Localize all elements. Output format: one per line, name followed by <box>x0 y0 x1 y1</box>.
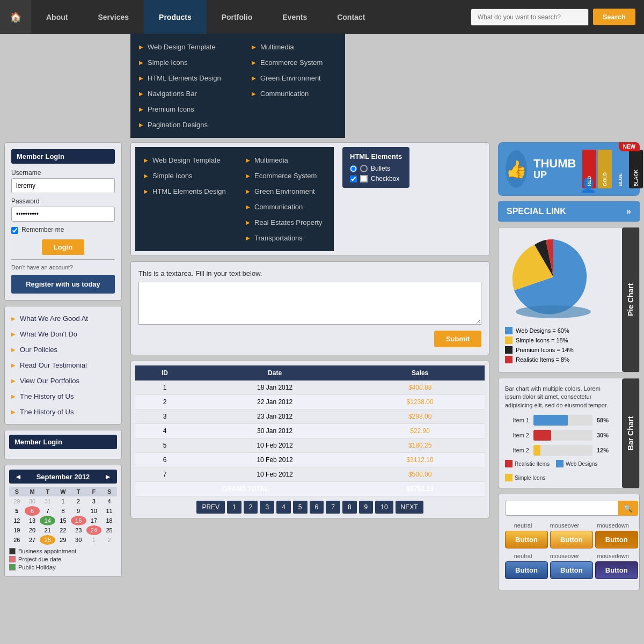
page-10[interactable]: 10 <box>375 501 393 514</box>
page-2[interactable]: 2 <box>244 501 258 514</box>
dd-item-pagination[interactable]: ▶Pagination Designs <box>130 117 243 133</box>
dd-item-webdesign[interactable]: ▶Web Design Template <box>130 39 243 55</box>
dd2-simpleicons[interactable]: ▶Simple Icons <box>135 168 237 184</box>
page-3[interactable]: 3 <box>260 501 274 514</box>
blue-btn-neutral[interactable]: Button <box>505 561 548 579</box>
html-elements-title: HTML Elements <box>350 152 402 160</box>
products-sub-dropdown-2: ▶Multimedia ▶Ecommerce System ▶Green Env… <box>237 147 334 251</box>
page-5[interactable]: 5 <box>293 501 308 514</box>
nav-list-item-3[interactable]: ▶Our Policies <box>5 342 121 357</box>
dd2-sub-realestate[interactable]: ▶Real Estates Property <box>237 215 334 230</box>
nav-list-item-4[interactable]: ▶Read Our Testimonial <box>5 357 121 373</box>
textarea-input[interactable] <box>138 282 481 325</box>
calendar-prev[interactable]: ◄ <box>14 472 22 481</box>
username-label: Username <box>11 169 115 177</box>
nav-item-services[interactable]: Services <box>83 0 144 34</box>
plastic-btn-content: 🔍 neutral mouseover mousedown Button But… <box>499 494 644 590</box>
dd-item-simpleicons[interactable]: ▶Simple Icons <box>130 55 243 70</box>
pie-chart-content: Web Designs = 60% Simple Icons = 18% Pre… <box>499 228 622 372</box>
dd2-sub-ecommerce[interactable]: ▶Ecommerce System <box>237 168 334 184</box>
login-box-title: Member Login <box>11 149 115 164</box>
main-layout: Member Login Username Password Remember … <box>0 138 644 595</box>
page-9[interactable]: 9 <box>359 501 374 514</box>
dd2-sub-multimedia[interactable]: ▶Multimedia <box>237 152 334 168</box>
page-6[interactable]: 6 <box>310 501 324 514</box>
nav-list-item-2[interactable]: ▶What We Don't Do <box>5 326 121 342</box>
table-row: 710 Feb 2012$500.00 <box>135 467 485 482</box>
bar-chart-legend: Realistic Items Web Designs Simple Icons <box>505 460 616 481</box>
dd2-sub-green[interactable]: ▶Green Environment <box>237 184 334 199</box>
register-button[interactable]: Register with us today <box>11 275 115 294</box>
dd-sub-multimedia[interactable]: ▶Multimedia <box>243 39 345 55</box>
html-elements-box: HTML Elements Bullets Checkbox <box>342 147 409 188</box>
page-7[interactable]: 7 <box>326 501 340 514</box>
nav-item-events[interactable]: Events <box>267 0 322 34</box>
color-tab-blue: BLUE <box>613 150 627 188</box>
member-login-box: Member Login Username Password Remember … <box>4 142 122 301</box>
search-input[interactable] <box>471 9 589 26</box>
plastic-search-button[interactable]: 🔍 <box>618 501 638 516</box>
login-button[interactable]: Login <box>42 239 84 255</box>
gold-btn-neutral[interactable]: Button <box>505 531 548 548</box>
navbar: 🏠 About Services Products Portfolio Even… <box>0 0 644 34</box>
plastic-search-input[interactable] <box>505 501 618 516</box>
page-1[interactable]: 1 <box>227 501 241 514</box>
dropdown-area-2: ▶Web Design Template ▶Simple Icons ▶HTML… <box>130 142 489 256</box>
password-input[interactable] <box>11 207 115 222</box>
prev-button[interactable]: PREV <box>196 501 225 514</box>
page-8[interactable]: 8 <box>342 501 357 514</box>
nav-item-products[interactable]: Products <box>144 0 207 34</box>
username-input[interactable] <box>11 178 115 193</box>
dd2-sub-transport[interactable]: ▶Transportations <box>237 230 334 246</box>
dd-item-premiumicons[interactable]: ▶Premium Icons <box>130 101 243 117</box>
legend-holiday: Public Holiday <box>9 564 117 570</box>
dd2-sub-communication[interactable]: ▶Communication <box>237 199 334 215</box>
special-link-bar[interactable]: SPECIAL LINK » <box>498 201 640 222</box>
blue-btn-hover[interactable]: Button <box>550 561 593 579</box>
nav-search-area: Search <box>462 0 644 34</box>
thumb-big-text: THUMB <box>533 158 576 170</box>
calendar: ◄ September 2012 ► SMTWTFS 2930311234 56… <box>4 465 122 577</box>
calendar-grid: SMTWTFS 2930311234 567891011 12131415161… <box>9 487 117 545</box>
new-badge: NEW <box>619 142 640 151</box>
checkbox-input[interactable] <box>350 175 357 182</box>
submit-button[interactable]: Submit <box>434 331 481 347</box>
table-row: 118 Jan 2012$400.88 <box>135 380 485 395</box>
remember-checkbox[interactable] <box>11 227 18 234</box>
nav-list-item-6[interactable]: ▶The History of Us <box>5 389 121 404</box>
nav-list-item-5[interactable]: ▶View Our Portfolios <box>5 373 121 389</box>
nav-list-item-1[interactable]: ▶What We Are Good At <box>5 311 121 326</box>
checkbox-row: Checkbox <box>350 175 402 182</box>
dd-item-navbars[interactable]: ▶Navigations Bar <box>130 86 243 101</box>
blue-btn-down[interactable]: Button <box>595 561 638 579</box>
table-row: 323 Jan 2012$298.00 <box>135 409 485 424</box>
plastic-buttons-section: 🔍 neutral mouseover mousedown Button But… <box>498 494 640 590</box>
search-button[interactable]: Search <box>593 9 635 25</box>
dd-sub-communication[interactable]: ▶Communication <box>243 86 345 101</box>
gold-btn-hover[interactable]: Button <box>550 531 593 548</box>
calendar-month: September 2012 <box>36 473 90 481</box>
dd-sub-green[interactable]: ▶Green Environment <box>243 70 345 86</box>
next-button[interactable]: NEXT <box>396 501 423 514</box>
dd2-htmlelements[interactable]: ▶HTML Elements Design <box>135 184 237 199</box>
dd-sub-ecommerce[interactable]: ▶Ecommerce System <box>243 55 345 70</box>
col-date: Date <box>194 365 355 380</box>
dd2-webdesign[interactable]: ▶Web Design Template <box>135 152 237 168</box>
nav-list-item-7[interactable]: ▶The History of Us <box>5 404 121 420</box>
login-box-2-title: Member Login <box>9 435 117 449</box>
nav-item-contact[interactable]: Contact <box>322 0 380 34</box>
gold-btn-down[interactable]: Button <box>595 531 638 548</box>
page-4[interactable]: 4 <box>276 501 291 514</box>
dd-item-htmlelements[interactable]: ▶HTML Elements Design <box>130 70 243 86</box>
pie-legend-simpleicons: Simple Icons = 18% <box>505 336 616 344</box>
calendar-next[interactable]: ► <box>104 472 112 481</box>
bullets-radio[interactable] <box>350 165 357 172</box>
nav-item-portfolio[interactable]: Portfolio <box>207 0 268 34</box>
thumb-up-box: 👍 THUMB UP 👤 RED GOLD BLUE BLACK NEW <box>498 142 640 196</box>
nav-list-box: ▶What We Are Good At ▶What We Don't Do ▶… <box>4 306 122 425</box>
btn-row-blue: Button Button Button <box>505 561 638 579</box>
nav-item-about[interactable]: About <box>31 0 83 34</box>
bar-item-2: Item 2 30% <box>505 430 616 441</box>
home-button[interactable]: 🏠 <box>0 0 31 34</box>
color-tabs: RED GOLD BLUE BLACK <box>582 150 643 188</box>
